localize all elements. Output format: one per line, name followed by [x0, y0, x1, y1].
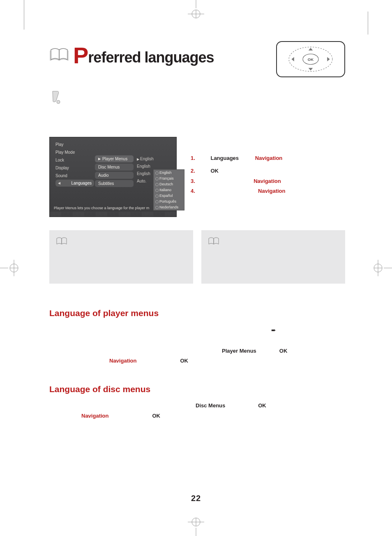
step-text: Navigation [205, 186, 286, 196]
osd-item-selected: ◀Languages [55, 180, 94, 187]
note-box-right [201, 230, 345, 284]
osd-option: Italiano [154, 187, 184, 193]
navigation-ok-badge: OK [276, 41, 345, 77]
book-icon [49, 46, 70, 64]
osd-subitem: Disc Menus [95, 164, 134, 171]
title-rest: referred languages [88, 49, 214, 66]
registration-mark-top [184, 0, 208, 20]
open-book-icon [208, 236, 220, 247]
section-heading-player-menus: Language of player menus [49, 308, 345, 318]
osd-screenshot: Play Play Mode Lock Display Sound ◀Langu… [49, 137, 177, 217]
crop-mark [368, 12, 368, 35]
osd-value: English [135, 163, 156, 170]
osd-option: Português [154, 199, 184, 204]
step-number: 3. [191, 176, 197, 187]
osd-submenu: ▶Player Menus Disc Menus Audio Subtitles [95, 155, 134, 188]
osd-option: English [154, 170, 184, 176]
osd-item: Play [55, 141, 93, 148]
osd-value: ▶English [135, 155, 156, 163]
osd-item: Play Mode [55, 148, 93, 156]
page-number: 22 [191, 494, 201, 503]
note-box-left [49, 230, 193, 284]
page-title: Preferred languages [73, 41, 214, 68]
title-dropcap: P [73, 42, 88, 69]
osd-option: Deutsch [154, 181, 184, 187]
osd-values: ▶English English English Auto. [135, 155, 156, 185]
step-text: OK [205, 166, 219, 176]
step-text: Languages Navigation [205, 153, 282, 164]
svg-text:OK: OK [308, 57, 314, 62]
osd-item: Lock [55, 156, 93, 164]
step-number: 2. [191, 166, 197, 176]
osd-subitem: Subtitles [95, 180, 134, 187]
registration-mark-right [372, 256, 392, 280]
tip-text [69, 90, 71, 120]
osd-subitem: Audio [95, 172, 134, 179]
osd-value: Auto. [135, 178, 156, 185]
osd-value: English [135, 170, 156, 178]
player-menus-paragraph: ➨ Player Menus OK Navigation OK [49, 325, 345, 366]
osd-option: Español [154, 193, 184, 199]
osd-bottom-strip [50, 212, 176, 217]
section-heading-disc-menus: Language of disc menus [49, 384, 345, 394]
osd-item: Sound [55, 172, 93, 180]
arrow-icon: ➨ [271, 327, 276, 333]
osd-helper-text: Player Menus lets you choose a language … [54, 206, 149, 210]
step-number: 1. [191, 153, 197, 164]
registration-mark-left [0, 256, 20, 280]
osd-option: Français [154, 176, 184, 181]
osd-language-popup: English Français Deutsch Italiano Españo… [153, 169, 184, 210]
registration-mark-bottom [184, 516, 208, 536]
osd-left-menu: Play Play Mode Lock Display Sound ◀Langu… [50, 137, 93, 187]
disc-menus-paragraph: Disc Menus OK Navigation OK [49, 401, 345, 421]
exclamation-icon [49, 90, 62, 120]
osd-option: Nederlands [154, 204, 184, 210]
osd-item: Display [55, 164, 93, 172]
open-book-icon [56, 236, 68, 247]
crop-mark [24, 0, 24, 30]
steps-list: 1. Languages Navigation 2. OK 3. Navigat… [191, 137, 345, 196]
osd-subitem: ▶Player Menus [95, 155, 134, 162]
step-text: Navigation [205, 176, 281, 187]
svg-point-19 [57, 100, 60, 104]
step-number: 4. [191, 186, 197, 196]
